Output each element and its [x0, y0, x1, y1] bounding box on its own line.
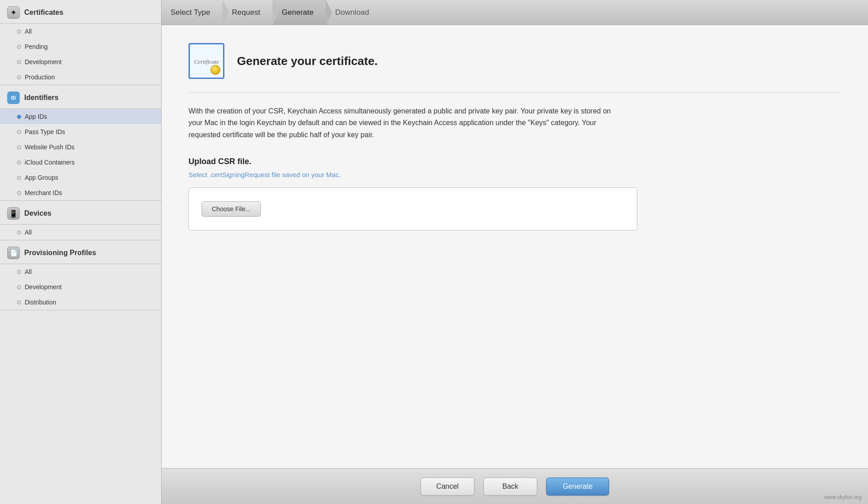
- body-text: With the creation of your CSR, Keychain …: [189, 105, 619, 141]
- sidebar-dot-development: [17, 60, 21, 64]
- sidebar-section-devices: 📱Devices: [0, 201, 161, 225]
- step-label-select-type: Select Type: [171, 8, 210, 17]
- identifiers-icon: ID: [7, 91, 20, 104]
- sidebar-label-app-ids: App IDs: [25, 113, 47, 120]
- upload-subtitle-prefix: Select: [189, 171, 209, 178]
- sidebar-label-app-groups: App Groups: [25, 174, 58, 181]
- sidebar-section-certificates: ✦Certificates: [0, 0, 161, 24]
- sidebar-item-pending[interactable]: Pending: [0, 39, 161, 54]
- sidebar-item-production[interactable]: Production: [0, 70, 161, 85]
- step-generate[interactable]: Generate: [273, 0, 326, 25]
- choose-file-button[interactable]: Choose File...: [202, 201, 261, 217]
- sidebar-section-provisioning: 📄Provisioning Profiles: [0, 240, 161, 264]
- sidebar-dot-production: [17, 75, 21, 79]
- sidebar-item-prov-dev[interactable]: Development: [0, 279, 161, 295]
- provisioning-icon: 📄: [7, 247, 20, 259]
- certificate-icon: Certificate: [189, 43, 224, 79]
- sidebar-item-app-ids[interactable]: App IDs: [0, 109, 161, 124]
- back-button[interactable]: Back: [483, 478, 537, 495]
- upload-subtitle-suffix: file saved on your Mac.: [270, 171, 341, 178]
- sidebar-label-pending: Pending: [25, 43, 48, 50]
- step-download: Download: [326, 0, 382, 25]
- sidebar-item-all-devices[interactable]: All: [0, 225, 161, 240]
- content-area: Certificate Generate your certificate. W…: [162, 25, 868, 468]
- upload-section-title: Upload CSR file.: [189, 157, 841, 166]
- sidebar-label-all-devices: All: [25, 229, 32, 236]
- sidebar-label-all: All: [25, 28, 32, 35]
- sidebar: ✦CertificatesAllPendingDevelopmentProduc…: [0, 0, 162, 504]
- step-label-generate: Generate: [282, 8, 314, 17]
- sidebar-dot-app-groups: [17, 176, 21, 180]
- sidebar-label-prov-dev: Development: [25, 283, 62, 291]
- sidebar-item-all[interactable]: All: [0, 24, 161, 39]
- sidebar-dot-distribution: [17, 300, 21, 304]
- sidebar-label-icloud-containers: iCloud Containers: [25, 159, 75, 166]
- watermark: www.skyfox.org: [824, 494, 862, 500]
- steps-bar: Select TypeRequestGenerateDownload: [162, 0, 868, 25]
- sidebar-dot-merchant-ids: [17, 191, 21, 195]
- step-label-request: Request: [232, 8, 260, 17]
- sidebar-item-website-push-ids[interactable]: Website Push IDs: [0, 139, 161, 155]
- upload-subtitle-link: .certSigningRequest: [209, 171, 270, 178]
- sidebar-item-prov-all[interactable]: All: [0, 264, 161, 279]
- devices-icon: 📱: [7, 207, 20, 220]
- sidebar-label-prov-all: All: [25, 268, 32, 275]
- sidebar-label-distribution: Distribution: [25, 299, 56, 306]
- sidebar-label-merchant-ids: Merchant IDs: [25, 189, 62, 196]
- upload-subtitle: Select .certSigningRequest file saved on…: [189, 171, 841, 178]
- step-select-type[interactable]: Select Type: [162, 0, 223, 25]
- sidebar-label-production: Production: [25, 74, 55, 81]
- file-upload-box: Choose File...: [189, 187, 637, 230]
- step-request[interactable]: Request: [223, 0, 273, 25]
- identifiers-title: Identifiers: [24, 94, 58, 102]
- footer: Cancel Back Generate: [162, 468, 868, 504]
- sidebar-dot-app-ids: [17, 115, 21, 119]
- certificates-icon: ✦: [7, 6, 20, 19]
- sidebar-section-identifiers: IDIdentifiers: [0, 85, 161, 109]
- provisioning-title: Provisioning Profiles: [24, 249, 96, 257]
- sidebar-dot-website-push-ids: [17, 145, 21, 149]
- certificates-title: Certificates: [24, 9, 63, 17]
- content-header: Certificate Generate your certificate.: [189, 43, 841, 79]
- sidebar-item-distribution[interactable]: Distribution: [0, 295, 161, 310]
- devices-title: Devices: [24, 209, 52, 217]
- content-divider: [189, 92, 841, 93]
- divider-provisioning: [0, 310, 161, 310]
- cert-icon-badge: [210, 65, 220, 75]
- sidebar-dot-pending: [17, 45, 21, 49]
- sidebar-dot-icloud-containers: [17, 161, 21, 165]
- sidebar-dot-all: [17, 30, 21, 34]
- page-title: Generate your certificate.: [237, 54, 378, 68]
- sidebar-dot-prov-all: [17, 270, 21, 274]
- sidebar-label-website-push-ids: Website Push IDs: [25, 143, 75, 151]
- main-content: Select TypeRequestGenerateDownload Certi…: [162, 0, 868, 504]
- step-label-download: Download: [335, 8, 369, 17]
- cancel-button[interactable]: Cancel: [421, 478, 474, 495]
- generate-button[interactable]: Generate: [546, 478, 609, 495]
- sidebar-label-pass-type-ids: Pass Type IDs: [25, 128, 65, 135]
- sidebar-dot-all-devices: [17, 230, 21, 235]
- sidebar-item-pass-type-ids[interactable]: Pass Type IDs: [0, 124, 161, 139]
- sidebar-item-app-groups[interactable]: App Groups: [0, 170, 161, 185]
- sidebar-dot-prov-dev: [17, 285, 21, 289]
- sidebar-item-icloud-containers[interactable]: iCloud Containers: [0, 155, 161, 170]
- sidebar-label-development: Development: [25, 58, 62, 65]
- sidebar-item-merchant-ids[interactable]: Merchant IDs: [0, 185, 161, 200]
- cert-icon-text: Certificate: [194, 58, 219, 65]
- sidebar-dot-pass-type-ids: [17, 130, 21, 134]
- sidebar-item-development[interactable]: Development: [0, 54, 161, 70]
